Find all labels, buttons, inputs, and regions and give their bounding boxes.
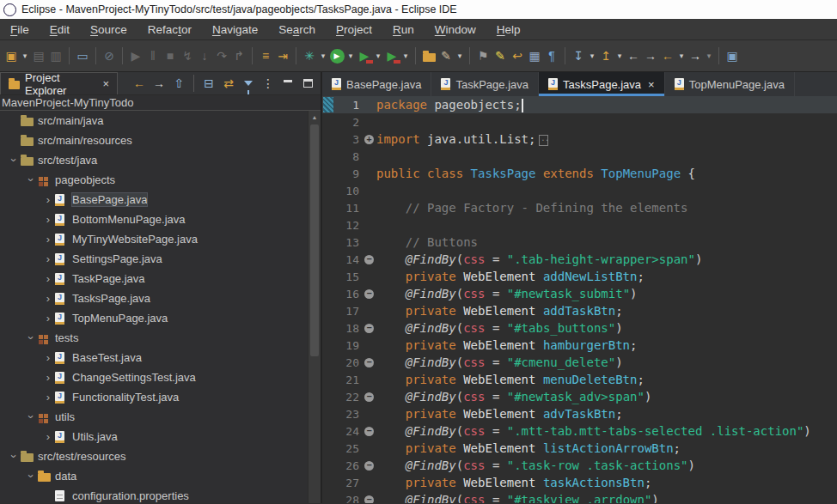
line-number[interactable]: 27 [322,477,362,489]
menu-navigate[interactable]: Navigate [202,19,268,39]
save-all-icon[interactable]: ▥ [47,46,64,65]
code-line[interactable]: 19 private WebElement hamburgerBtn; [322,337,837,354]
menu-file[interactable]: File [0,19,40,39]
word-wrap-icon[interactable]: ↩ [509,46,526,65]
fold-marker-icon[interactable]: + [362,135,376,144]
next-edit-location-icon[interactable]: → [642,46,659,65]
line-number[interactable]: 25 [322,442,362,455]
minimize-icon[interactable] [278,74,297,93]
tree-item[interactable]: ›JMyTinyWebsitePage.java [0,229,321,249]
chevron-right-icon[interactable]: › [41,431,55,442]
tree-item[interactable]: configuration.properties [0,486,321,503]
code-line[interactable]: 10 [322,182,837,199]
line-number[interactable]: 15 [322,270,362,283]
tree-item[interactable]: src/main/resources [0,131,321,150]
fold-collapse-icon[interactable]: − [364,461,374,471]
tree-item[interactable]: ›src/test/resources [0,446,321,466]
chevron-right-icon[interactable]: › [41,293,55,304]
dropdown-caret-icon[interactable]: ▾ [587,52,597,60]
chevron-down-icon[interactable]: › [9,450,20,464]
fold-collapse-icon[interactable]: − [364,495,374,504]
code-line[interactable]: 2 [322,113,837,131]
chevron-right-icon[interactable]: › [41,234,55,245]
fold-marker-icon[interactable]: − [362,495,376,504]
code-line[interactable]: 24− @FindBy(css = ".mtt-tab.mtt-tabs-sel… [322,422,837,440]
coverage-icon[interactable]: ▶ [356,46,373,65]
line-number[interactable]: 26 [322,459,362,472]
chevron-right-icon[interactable]: › [41,194,55,205]
tree-scrollbar[interactable]: ▲ [308,111,321,503]
sync-icon[interactable]: ⚑ [474,46,492,65]
tree-root-project[interactable]: MavenProject-MyTinyTodo [0,95,321,111]
tree-item[interactable]: ›JBaseTest.java [0,348,321,367]
code-line[interactable]: 3+import java.util.List; [322,131,837,148]
fold-marker-icon[interactable]: − [362,427,376,436]
collapse-all-icon[interactable]: ⊟ [199,74,218,93]
prev-annotation-icon[interactable]: ↥ [597,46,614,65]
line-number[interactable]: 22 [322,391,362,404]
fold-marker-icon[interactable]: − [362,461,376,471]
tree-item[interactable]: ›tests [0,328,321,348]
chevron-right-icon[interactable]: › [41,372,55,383]
fold-collapse-icon[interactable]: − [364,427,374,436]
chevron-down-icon[interactable]: › [26,331,37,345]
dropdown-caret-icon[interactable]: ▾ [704,46,714,65]
tree-item[interactable]: ›JBasePage.java [0,190,321,209]
tree-item[interactable]: ›src/test/java [0,150,321,170]
line-number[interactable]: 8 [322,150,362,163]
tree-item[interactable]: ›JFunctionalityTest.java [0,387,321,407]
save-icon[interactable]: ▤ [30,46,47,65]
code-line[interactable]: 14− @FindBy(css = ".tab-height-wrapper>s… [322,251,837,268]
menu-search[interactable]: Search [268,19,326,39]
block-selection-icon[interactable]: ▦ [526,46,543,65]
suspend-icon[interactable]: ‖ [144,46,162,65]
line-number[interactable]: 20 [322,356,362,369]
editor-tab-taskpage-java[interactable]: JTaskPage.java [431,72,539,96]
tree-item[interactable]: ›data [0,466,321,486]
line-number[interactable]: 18 [322,322,362,335]
line-number[interactable]: 13 [322,236,362,249]
code-line[interactable]: 25 private WebElement listActionArrowBtn… [322,440,837,457]
chevron-right-icon[interactable]: › [41,214,55,225]
tree-item[interactable]: ›JChangeSettingsTest.java [0,367,321,387]
dropdown-caret-icon[interactable]: ▾ [318,52,328,60]
line-number[interactable]: 2 [322,116,362,129]
line-number[interactable]: 23 [322,408,362,421]
tab-project-explorer[interactable]: Project Explorer × [0,72,118,94]
chevron-right-icon[interactable]: › [41,313,55,324]
fold-collapse-icon[interactable]: − [364,255,374,264]
open-type-icon[interactable] [420,46,437,65]
code-line[interactable]: 23 private WebElement advTaskBtn; [322,405,837,422]
tree-item[interactable]: ›JSettingsPage.java [0,249,321,269]
code-line[interactable]: 13 // Buttons [322,234,837,251]
fold-marker-icon[interactable]: − [362,255,376,264]
maximize-icon[interactable] [298,74,317,93]
chevron-right-icon[interactable]: › [41,392,55,403]
tree-item[interactable]: src/main/java [0,111,321,131]
last-edit-location-icon[interactable]: ← [625,46,642,65]
dropdown-caret-icon[interactable]: ▾ [400,52,411,60]
code-line[interactable]: 26− @FindBy(css = ".task-row .task-actio… [322,457,837,474]
menu-project[interactable]: Project [326,19,382,39]
menu-refactor[interactable]: Refactor [137,19,202,39]
code-line[interactable]: 11 // Page Factory - Defining the elemen… [322,199,837,216]
line-number[interactable]: 19 [322,339,362,352]
fold-marker-icon[interactable]: − [362,324,376,333]
filter-icon[interactable] [239,74,258,93]
menu-edit[interactable]: Edit [40,19,80,39]
line-number[interactable]: 10 [322,185,362,197]
dropdown-caret-icon[interactable]: ▾ [455,52,465,60]
code-line[interactable]: 28− @FindBy(css = "#taskview .arrdown") [322,491,837,503]
chevron-right-icon[interactable]: › [41,273,55,284]
tree-item[interactable]: ›JTasksPage.java [0,288,321,308]
chevron-down-icon[interactable]: › [26,470,37,483]
console-icon[interactable]: ▭ [74,46,91,65]
code-line[interactable]: 9public class TasksPage extends TopMenuP… [322,165,837,182]
code-line[interactable]: 15 private WebElement addNewListBtn; [322,268,837,285]
chevron-right-icon[interactable]: › [41,352,55,363]
up-icon[interactable]: ⇧ [169,74,188,93]
code-line[interactable]: 1package pageobjects; [322,96,837,113]
step-into-icon[interactable]: ↓ [196,46,213,65]
forward-icon[interactable]: → [150,74,168,93]
code-line[interactable]: 20− @FindBy(css = "#cmenu_delete") [322,354,837,371]
